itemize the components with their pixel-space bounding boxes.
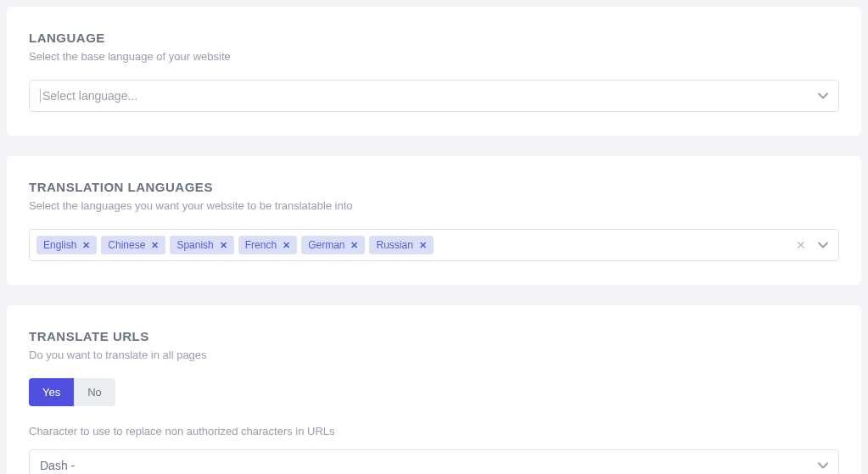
char-replace-label: Character to use to replace non authoriz… bbox=[29, 425, 839, 438]
tag-remove-icon[interactable]: ✕ bbox=[220, 240, 227, 251]
tag-label: German bbox=[308, 239, 344, 251]
tag-remove-icon[interactable]: ✕ bbox=[350, 240, 358, 251]
chevron-down-icon bbox=[818, 91, 828, 101]
clear-all-icon[interactable]: ✕ bbox=[792, 238, 809, 252]
tag-label: Spanish bbox=[176, 239, 213, 251]
tag-german: German ✕ bbox=[301, 236, 365, 254]
urls-subtitle: Do you want to translate in all pages bbox=[29, 349, 839, 361]
translation-subtitle: Select the languages you want your websi… bbox=[29, 199, 839, 212]
language-select[interactable]: Select language... bbox=[29, 80, 839, 112]
translate-urls-toggle: Yes No bbox=[29, 378, 115, 406]
tags-container: English ✕ Chinese ✕ Spanish ✕ French ✕ G… bbox=[36, 236, 787, 254]
char-replace-value: Dash - bbox=[40, 459, 75, 472]
tag-label: Russian bbox=[376, 239, 412, 251]
multiselect-controls: ✕ bbox=[792, 238, 832, 252]
tag-label: English bbox=[43, 239, 76, 251]
tag-chinese: Chinese ✕ bbox=[101, 236, 165, 254]
translation-multiselect[interactable]: English ✕ Chinese ✕ Spanish ✕ French ✕ G… bbox=[29, 229, 839, 261]
toggle-no-button[interactable]: No bbox=[74, 378, 115, 406]
tag-remove-icon[interactable]: ✕ bbox=[151, 240, 159, 251]
language-select-placeholder: Select language... bbox=[40, 89, 137, 103]
language-card: LANGUAGE Select the base language of you… bbox=[7, 7, 861, 136]
translation-card: TRANSLATION LANGUAGES Select the languag… bbox=[7, 156, 861, 285]
tag-english: English ✕ bbox=[36, 236, 97, 254]
urls-title: TRANSLATE URLS bbox=[29, 329, 839, 343]
tag-label: Chinese bbox=[108, 239, 145, 251]
tag-remove-icon[interactable]: ✕ bbox=[419, 240, 427, 251]
language-title: LANGUAGE bbox=[29, 31, 839, 45]
chevron-down-icon[interactable] bbox=[818, 240, 828, 250]
tag-label: French bbox=[245, 239, 277, 251]
tag-russian: Russian ✕ bbox=[369, 236, 433, 254]
translation-title: TRANSLATION LANGUAGES bbox=[29, 180, 839, 194]
tag-french: French ✕ bbox=[238, 236, 297, 254]
tag-spanish: Spanish ✕ bbox=[170, 236, 233, 254]
tag-remove-icon[interactable]: ✕ bbox=[283, 240, 290, 251]
char-replace-select[interactable]: Dash - bbox=[29, 449, 839, 474]
language-subtitle: Select the base language of your website bbox=[29, 50, 839, 63]
chevron-down-icon bbox=[818, 460, 828, 471]
urls-card: TRANSLATE URLS Do you want to translate … bbox=[7, 305, 861, 474]
tag-remove-icon[interactable]: ✕ bbox=[82, 240, 90, 251]
toggle-yes-button[interactable]: Yes bbox=[29, 378, 74, 406]
